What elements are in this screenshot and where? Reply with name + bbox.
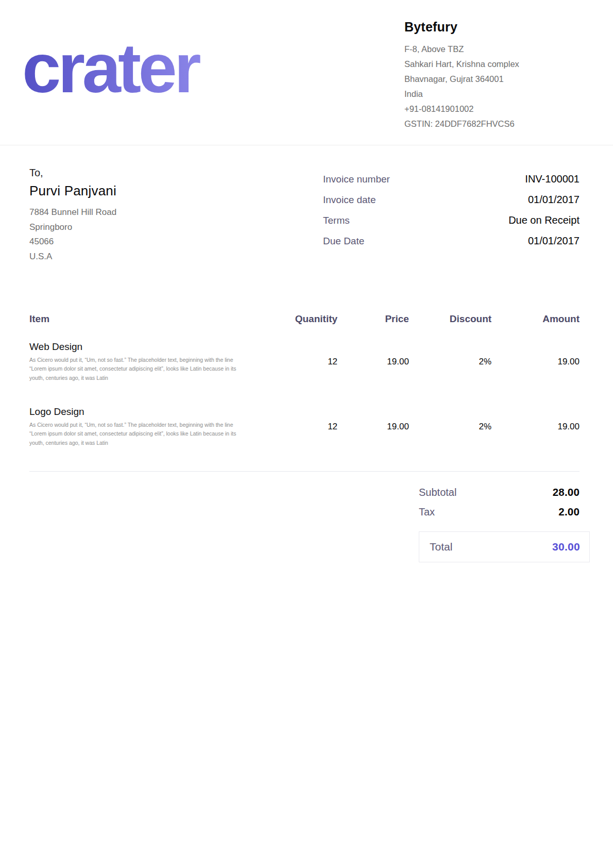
invoice-date-value: 01/01/2017 [528,194,580,206]
item-cell: Web Design As Cicero would put it, “Um, … [29,341,261,406]
terms-value: Due on Receipt [508,214,580,226]
item-amount-value: 19.00 [491,341,580,406]
item-discount-value: 2% [409,406,491,471]
item-name: Web Design [29,341,261,353]
item-cell: Logo Design As Cicero would put it, “Um,… [29,406,261,471]
total-box: Total 30.00 [419,531,590,562]
item-description: As Cicero would put it, “Um, not so fast… [29,421,246,447]
column-header-amount: Amount [491,313,580,341]
item-name: Logo Design [29,406,261,418]
item-quantity-value: 12 [261,341,338,406]
invoice-info-section: To, Purvi Panjvani 7884 Bunnel Hill Road… [0,145,613,264]
tax-value: 2.00 [558,506,580,518]
client-address-line: 7884 Bunnel Hill Road [29,205,116,220]
due-date-label: Due Date [323,236,364,247]
terms-label: Terms [323,215,350,226]
crater-logo: crater [25,37,251,102]
client-address-line: U.S.A [29,249,116,264]
item-price-value: 19.00 [337,406,409,471]
company-address-line: Sahkari Hart, Krishna complex [404,57,580,72]
meta-row-due-date: Due Date 01/01/2017 [323,235,580,247]
item-discount-value: 2% [409,341,491,406]
due-date-value: 01/01/2017 [528,235,580,247]
invoice-header: crater Bytefury F-8, Above TBZ Sahkari H… [0,0,613,145]
items-table: Item Quanitity Price Discount Amount Web… [29,313,580,471]
company-address-line: Bhavnagar, Gujrat 364001 [404,72,580,87]
crater-logo-image: crater [25,37,251,100]
invoice-date-label: Invoice date [323,194,376,206]
company-info: Bytefury F-8, Above TBZ Sahkari Hart, Kr… [404,15,580,131]
meta-row-terms: Terms Due on Receipt [323,214,580,226]
bill-to-label: To, [29,167,116,179]
items-section: Item Quanitity Price Discount Amount Web… [0,264,613,471]
crater-logo-text: crater [25,37,200,100]
column-header-quantity: Quanitity [261,313,338,341]
company-phone: +91-08141901002 [404,102,580,116]
total-label: Total [430,541,452,553]
client-name: Purvi Panjvani [29,183,116,199]
item-quantity-value: 12 [261,406,338,471]
subtotal-value: 28.00 [553,486,580,498]
invoice-meta-block: Invoice number INV-100001 Invoice date 0… [323,167,580,264]
column-header-item: Item [29,313,261,341]
invoice-number-label: Invoice number [323,174,390,185]
tax-row: Tax 2.00 [419,506,590,518]
meta-row-invoice-date: Invoice date 01/01/2017 [323,194,580,206]
items-table-header-row: Item Quanitity Price Discount Amount [29,313,580,341]
invoice-number-value: INV-100001 [525,173,580,185]
company-address-line: F-8, Above TBZ [404,42,580,57]
company-name: Bytefury [404,20,580,35]
item-row: Logo Design As Cicero would put it, “Um,… [29,406,580,471]
column-header-discount: Discount [409,313,491,341]
client-address-line: Springboro [29,220,116,235]
column-header-price: Price [337,313,409,341]
item-price-value: 19.00 [337,341,409,406]
item-amount-value: 19.00 [491,406,580,471]
subtotal-row: Subtotal 28.00 [419,486,590,498]
client-address-line: 45066 [29,235,116,249]
meta-row-invoice-number: Invoice number INV-100001 [323,173,580,185]
tax-label: Tax [419,506,435,518]
item-description: As Cicero would put it, “Um, not so fast… [29,356,246,382]
bill-to-block: To, Purvi Panjvani 7884 Bunnel Hill Road… [29,167,116,264]
company-address-line: India [404,87,580,102]
totals-section: Subtotal 28.00 Tax 2.00 Total 30.00 [0,472,613,562]
company-gstin: GSTIN: 24DDF7682FHVCS6 [404,116,580,131]
subtotal-label: Subtotal [419,487,456,498]
item-row: Web Design As Cicero would put it, “Um, … [29,341,580,406]
total-value: 30.00 [552,541,580,553]
